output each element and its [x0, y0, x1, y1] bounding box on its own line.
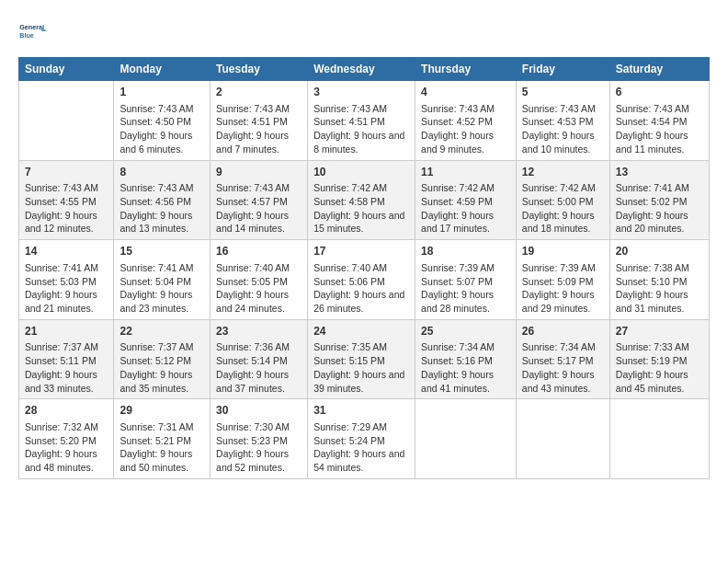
calendar-cell: 30Sunrise: 7:30 AMSunset: 5:23 PMDayligh…	[210, 399, 308, 479]
day-number: 9	[216, 165, 301, 180]
day-number: 22	[119, 324, 204, 339]
day-number: 31	[313, 403, 409, 419]
day-details: Sunrise: 7:43 AMSunset: 4:52 PMDaylight:…	[421, 102, 510, 156]
calendar-cell: 15Sunrise: 7:41 AMSunset: 5:04 PMDayligh…	[114, 240, 210, 320]
day-details: Sunrise: 7:34 AMSunset: 5:16 PMDaylight:…	[421, 340, 510, 395]
calendar-cell: 5Sunrise: 7:43 AMSunset: 4:53 PMDaylight…	[516, 81, 609, 161]
day-details: Sunrise: 7:33 AMSunset: 5:19 PMDaylight:…	[616, 340, 703, 395]
calendar-cell: 3Sunrise: 7:43 AMSunset: 4:51 PMDaylight…	[308, 81, 415, 161]
calendar-cell: 16Sunrise: 7:40 AMSunset: 5:05 PMDayligh…	[210, 240, 308, 320]
day-number: 20	[616, 244, 703, 259]
day-number: 16	[216, 244, 301, 259]
header-day-wednesday: Wednesday	[308, 58, 415, 81]
day-details: Sunrise: 7:39 AMSunset: 5:07 PMDaylight:…	[421, 261, 510, 316]
day-number: 4	[421, 85, 510, 100]
day-number: 29	[119, 403, 204, 419]
day-details: Sunrise: 7:42 AMSunset: 5:00 PMDaylight:…	[522, 181, 604, 236]
calendar-cell: 6Sunrise: 7:43 AMSunset: 4:54 PMDaylight…	[609, 81, 709, 161]
day-details: Sunrise: 7:37 AMSunset: 5:11 PMDaylight:…	[25, 340, 108, 395]
day-details: Sunrise: 7:32 AMSunset: 5:20 PMDaylight:…	[25, 420, 108, 475]
calendar-cell: 29Sunrise: 7:31 AMSunset: 5:21 PMDayligh…	[114, 399, 210, 479]
calendar-header-row: SundayMondayTuesdayWednesdayThursdayFrid…	[19, 58, 710, 81]
calendar-cell: 1Sunrise: 7:43 AMSunset: 4:50 PMDaylight…	[114, 81, 210, 161]
calendar-cell: 2Sunrise: 7:43 AMSunset: 4:51 PMDaylight…	[210, 81, 308, 161]
day-number: 14	[25, 244, 108, 259]
calendar-cell: 28Sunrise: 7:32 AMSunset: 5:20 PMDayligh…	[19, 399, 114, 479]
header-day-friday: Friday	[516, 58, 609, 81]
calendar-cell: 24Sunrise: 7:35 AMSunset: 5:15 PMDayligh…	[308, 319, 415, 399]
header-day-thursday: Thursday	[415, 58, 517, 81]
day-number: 26	[522, 324, 604, 339]
week-row-5: 28Sunrise: 7:32 AMSunset: 5:20 PMDayligh…	[19, 399, 710, 479]
calendar-cell: 17Sunrise: 7:40 AMSunset: 5:06 PMDayligh…	[308, 240, 415, 320]
calendar-cell: 20Sunrise: 7:38 AMSunset: 5:10 PMDayligh…	[609, 240, 709, 320]
calendar-cell: 21Sunrise: 7:37 AMSunset: 5:11 PMDayligh…	[19, 319, 114, 399]
day-number: 30	[216, 403, 301, 419]
day-details: Sunrise: 7:36 AMSunset: 5:14 PMDaylight:…	[216, 340, 301, 395]
day-details: Sunrise: 7:43 AMSunset: 4:51 PMDaylight:…	[313, 102, 409, 156]
calendar-cell: 8Sunrise: 7:43 AMSunset: 4:56 PMDaylight…	[114, 160, 210, 240]
calendar-cell	[516, 399, 609, 479]
logo: GeneralBlue	[18, 15, 51, 48]
day-number: 21	[25, 324, 108, 339]
day-details: Sunrise: 7:37 AMSunset: 5:12 PMDaylight:…	[119, 340, 204, 395]
day-number: 7	[25, 165, 108, 180]
day-details: Sunrise: 7:38 AMSunset: 5:10 PMDaylight:…	[616, 261, 703, 316]
svg-text:Blue: Blue	[19, 31, 34, 40]
day-details: Sunrise: 7:43 AMSunset: 4:54 PMDaylight:…	[616, 102, 703, 156]
day-number: 15	[119, 244, 204, 259]
day-details: Sunrise: 7:39 AMSunset: 5:09 PMDaylight:…	[522, 261, 604, 316]
day-number: 5	[522, 85, 604, 100]
day-details: Sunrise: 7:43 AMSunset: 4:50 PMDaylight:…	[119, 102, 204, 156]
day-number: 8	[119, 165, 204, 180]
calendar-cell: 26Sunrise: 7:34 AMSunset: 5:17 PMDayligh…	[516, 319, 609, 399]
day-number: 13	[616, 165, 703, 180]
svg-text:General: General	[19, 23, 44, 31]
day-number: 27	[616, 324, 703, 339]
calendar-cell: 7Sunrise: 7:43 AMSunset: 4:55 PMDaylight…	[19, 160, 114, 240]
day-details: Sunrise: 7:29 AMSunset: 5:24 PMDaylight:…	[313, 420, 409, 475]
day-number: 10	[313, 165, 409, 180]
calendar-cell: 10Sunrise: 7:42 AMSunset: 4:58 PMDayligh…	[308, 160, 415, 240]
calendar-cell: 9Sunrise: 7:43 AMSunset: 4:57 PMDaylight…	[210, 160, 308, 240]
day-number: 1	[119, 85, 204, 100]
day-number: 3	[313, 85, 409, 100]
calendar-table: SundayMondayTuesdayWednesdayThursdayFrid…	[18, 57, 710, 479]
day-number: 17	[313, 244, 409, 259]
calendar-cell: 4Sunrise: 7:43 AMSunset: 4:52 PMDaylight…	[415, 81, 517, 161]
day-details: Sunrise: 7:43 AMSunset: 4:56 PMDaylight:…	[119, 181, 204, 236]
day-details: Sunrise: 7:43 AMSunset: 4:53 PMDaylight:…	[522, 102, 604, 156]
header-day-sunday: Sunday	[19, 58, 114, 81]
day-number: 19	[522, 244, 604, 259]
week-row-4: 21Sunrise: 7:37 AMSunset: 5:11 PMDayligh…	[19, 319, 710, 399]
day-number: 6	[616, 85, 703, 100]
header-day-saturday: Saturday	[609, 58, 709, 81]
week-row-3: 14Sunrise: 7:41 AMSunset: 5:03 PMDayligh…	[19, 240, 710, 320]
day-number: 24	[313, 324, 409, 339]
calendar-cell: 11Sunrise: 7:42 AMSunset: 4:59 PMDayligh…	[415, 160, 517, 240]
day-details: Sunrise: 7:43 AMSunset: 4:55 PMDaylight:…	[25, 181, 108, 236]
calendar-cell: 27Sunrise: 7:33 AMSunset: 5:19 PMDayligh…	[609, 319, 709, 399]
calendar-cell: 31Sunrise: 7:29 AMSunset: 5:24 PMDayligh…	[308, 399, 415, 479]
week-row-1: 1Sunrise: 7:43 AMSunset: 4:50 PMDaylight…	[19, 81, 710, 161]
day-number: 18	[421, 244, 510, 259]
header-day-monday: Monday	[114, 58, 210, 81]
day-details: Sunrise: 7:35 AMSunset: 5:15 PMDaylight:…	[313, 340, 409, 395]
day-details: Sunrise: 7:42 AMSunset: 4:58 PMDaylight:…	[313, 181, 409, 236]
week-row-2: 7Sunrise: 7:43 AMSunset: 4:55 PMDaylight…	[19, 160, 710, 240]
calendar-cell	[415, 399, 517, 479]
day-details: Sunrise: 7:41 AMSunset: 5:03 PMDaylight:…	[25, 261, 108, 316]
day-number: 25	[421, 324, 510, 339]
header-day-tuesday: Tuesday	[210, 58, 308, 81]
day-number: 2	[216, 85, 301, 100]
calendar-cell: 13Sunrise: 7:41 AMSunset: 5:02 PMDayligh…	[609, 160, 709, 240]
day-number: 28	[25, 403, 108, 419]
header: GeneralBlue	[18, 15, 710, 48]
day-details: Sunrise: 7:41 AMSunset: 5:02 PMDaylight:…	[616, 181, 703, 236]
day-details: Sunrise: 7:34 AMSunset: 5:17 PMDaylight:…	[522, 340, 604, 395]
day-number: 23	[216, 324, 301, 339]
day-details: Sunrise: 7:31 AMSunset: 5:21 PMDaylight:…	[119, 420, 204, 475]
calendar-cell: 18Sunrise: 7:39 AMSunset: 5:07 PMDayligh…	[415, 240, 517, 320]
day-details: Sunrise: 7:41 AMSunset: 5:04 PMDaylight:…	[119, 261, 204, 316]
day-details: Sunrise: 7:30 AMSunset: 5:23 PMDaylight:…	[216, 420, 301, 475]
